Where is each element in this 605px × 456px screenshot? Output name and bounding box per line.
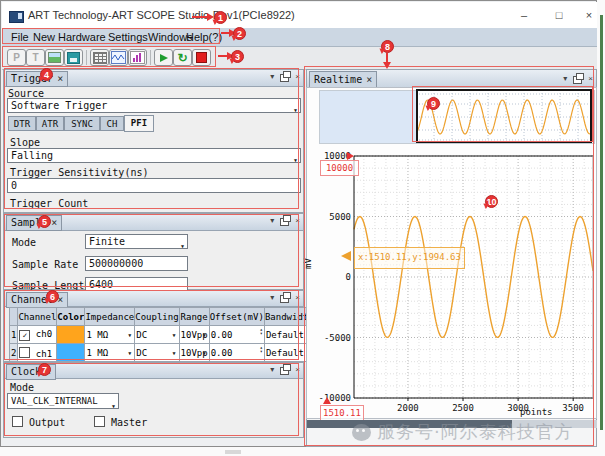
close-button[interactable]: × [578, 8, 600, 24]
app-icon [9, 11, 24, 23]
annotation-marker-9: 9 [427, 97, 440, 110]
watermark-text: 服务号·阿尔泰科技官方 [377, 420, 574, 444]
annotation-box-menubar [2, 28, 220, 44]
annotation-marker-2: 2 [233, 27, 246, 40]
annotation-box-selection [412, 86, 593, 142]
watermark: 服务号·阿尔泰科技官方 [352, 420, 574, 444]
minimize-button[interactable]: – [513, 8, 535, 24]
screenshot-root: ART Technology-ART SCOPE Studio-Dev1(PCI… [0, 0, 605, 456]
maximize-button[interactable]: □ [548, 8, 570, 24]
annotation-marker-7: 7 [38, 363, 51, 376]
annotation-marker-3: 3 [231, 50, 244, 63]
annotation-marker-5: 5 [38, 215, 51, 228]
caption-fragment [225, 450, 241, 454]
annotation-box-toolbar [2, 46, 216, 67]
window-edge-artifact [600, 15, 603, 430]
window-title: ART Technology-ART SCOPE Studio-Dev1(PCI… [28, 9, 295, 21]
annotation-box-trigger [4, 68, 299, 209]
annotation-arrow-2 [221, 32, 229, 34]
annotation-marker-6: 6 [46, 290, 59, 303]
annotation-marker-4: 4 [40, 68, 53, 81]
title-bar: ART Technology-ART SCOPE Studio-Dev1(PCI… [2, 2, 597, 28]
annotation-arrow-1 [192, 16, 207, 18]
annotation-marker-1: 1 [214, 11, 227, 24]
annotation-marker-8: 8 [381, 40, 394, 53]
annotation-marker-10: 10 [485, 195, 498, 208]
annotation-arrow-3 [218, 55, 227, 57]
wechat-icon [352, 424, 371, 441]
